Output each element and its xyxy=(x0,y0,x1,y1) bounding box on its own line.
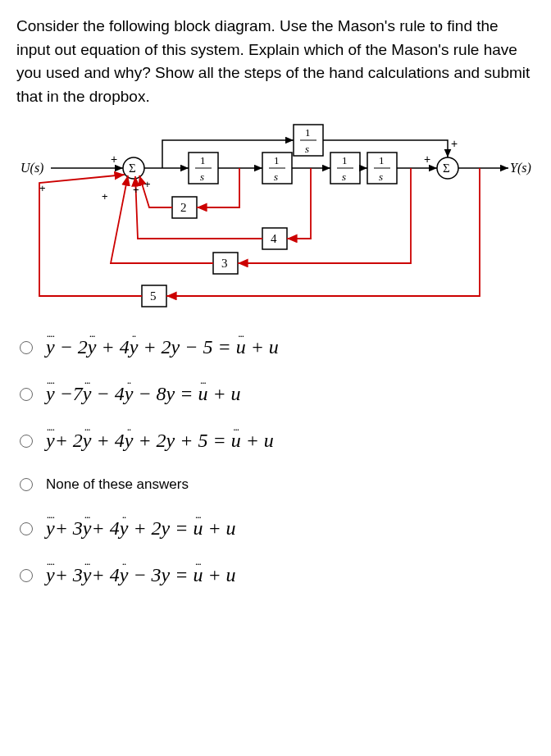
svg-text:1: 1 xyxy=(305,126,311,139)
option-5[interactable]: y+ 3y+ 4y + 2y = u + u xyxy=(16,512,535,544)
fb-4: 4 xyxy=(271,232,277,245)
question-text: Consider the following block diagram. Us… xyxy=(16,15,535,108)
svg-text:s: s xyxy=(274,171,278,183)
svg-text:s: s xyxy=(342,171,346,183)
sigma-2: Σ xyxy=(443,162,450,175)
svg-text:1: 1 xyxy=(379,154,385,166)
option-2[interactable]: y −7y − 4y − 8y = u + u xyxy=(16,378,535,410)
option-5-equation: y+ 3y+ 4y + 2y = u + u xyxy=(46,517,236,540)
svg-text:1: 1 xyxy=(342,154,348,166)
option-4-text: None of these answers xyxy=(46,476,189,493)
radio-icon[interactable] xyxy=(20,341,33,354)
input-label: U(s) xyxy=(20,161,43,175)
option-2-equation: y −7y − 4y − 8y = u + u xyxy=(46,383,241,405)
option-1-equation: y − 2y + 4y + 2y − 5 = u + u xyxy=(46,336,279,358)
svg-text:s: s xyxy=(200,171,204,183)
svg-text:+: + xyxy=(111,153,117,166)
fb-2: 2 xyxy=(180,201,187,214)
option-4[interactable]: None of these answers xyxy=(16,471,535,498)
svg-text:1: 1 xyxy=(274,154,280,166)
svg-text:+: + xyxy=(39,182,46,194)
option-6[interactable]: y+ 3y+ 4y − 3y = u + u xyxy=(16,559,535,591)
radio-icon[interactable] xyxy=(20,522,33,535)
svg-text:+: + xyxy=(133,184,139,196)
svg-text:+: + xyxy=(144,178,151,190)
svg-text:1: 1 xyxy=(200,154,206,166)
radio-icon[interactable] xyxy=(20,435,33,448)
radio-icon[interactable] xyxy=(20,388,33,401)
svg-text:+: + xyxy=(102,190,108,203)
svg-text:s: s xyxy=(379,171,383,183)
svg-text:s: s xyxy=(305,143,309,155)
fb-5: 5 xyxy=(150,289,157,303)
fb-3: 3 xyxy=(221,257,228,270)
option-3[interactable]: y+ 2y + 4y + 2y + 5 = u + u xyxy=(16,425,535,457)
block-diagram: U(s) + Σ 1 s 1 s 1 s 1 s + Σ Y(s) 1 s + … xyxy=(16,123,535,312)
output-label: Y(s) xyxy=(510,161,531,175)
option-6-equation: y+ 3y+ 4y − 3y = u + u xyxy=(46,564,236,586)
radio-icon[interactable] xyxy=(20,569,33,582)
svg-text:+: + xyxy=(451,137,458,150)
radio-icon[interactable] xyxy=(20,478,33,491)
sigma-1: Σ xyxy=(129,162,136,175)
svg-text:+: + xyxy=(424,153,430,166)
option-1[interactable]: y − 2y + 4y + 2y − 5 = u + u xyxy=(16,331,535,363)
options-list: y − 2y + 4y + 2y − 5 = u + u y −7y − 4y … xyxy=(16,331,535,591)
option-3-equation: y+ 2y + 4y + 2y + 5 = u + u xyxy=(46,430,274,452)
